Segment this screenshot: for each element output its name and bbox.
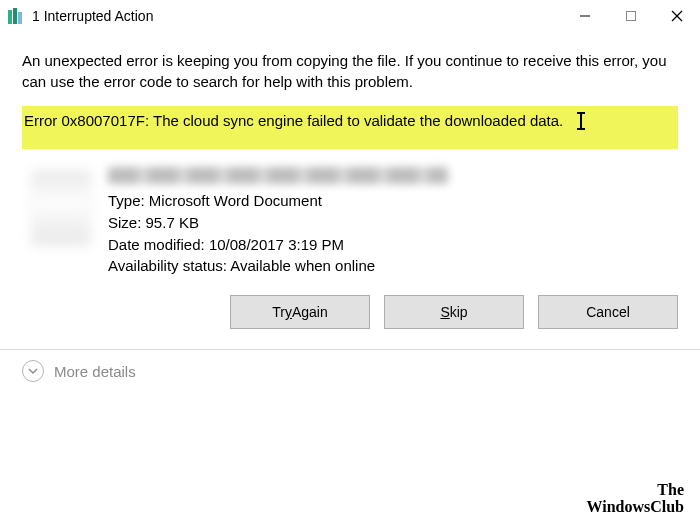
dialog-content: An unexpected error is keeping you from …	[0, 32, 700, 277]
more-details-label[interactable]: More details	[54, 363, 136, 380]
file-availability-row: Availability status: Available when onli…	[108, 255, 448, 277]
maximize-button[interactable]	[608, 0, 654, 32]
close-button[interactable]	[654, 0, 700, 32]
file-modified-value: 10/08/2017 3:19 PM	[209, 236, 344, 253]
cancel-label: Cancel	[586, 304, 630, 320]
file-type-row: Type: Microsoft Word Document	[108, 190, 448, 212]
file-metadata: Type: Microsoft Word Document Size: 95.7…	[108, 167, 448, 277]
file-modified-label: Date modified:	[108, 236, 205, 253]
skip-label-post: kip	[450, 304, 468, 320]
error-description: An unexpected error is keeping you from …	[22, 50, 678, 92]
footer: More details	[0, 350, 700, 392]
minimize-icon	[579, 10, 591, 22]
app-icon	[8, 8, 24, 24]
close-icon	[671, 10, 683, 22]
file-size-label: Size:	[108, 214, 141, 231]
file-info-block: Type: Microsoft Word Document Size: 95.7…	[22, 167, 678, 277]
cancel-button[interactable]: Cancel	[538, 295, 678, 329]
watermark: The WindowsClub	[586, 482, 684, 516]
watermark-line1: The	[586, 482, 684, 499]
file-size-row: Size: 95.7 KB	[108, 212, 448, 234]
titlebar: 1 Interrupted Action	[0, 0, 700, 32]
more-details-toggle[interactable]	[22, 360, 44, 382]
try-again-label-pre: Tr	[272, 304, 285, 320]
watermark-line2: WindowsClub	[586, 499, 684, 516]
file-type-value: Microsoft Word Document	[149, 192, 322, 209]
file-type-label: Type:	[108, 192, 145, 209]
try-again-button[interactable]: Try Again	[230, 295, 370, 329]
file-availability-value: Available when online	[230, 257, 375, 274]
skip-label-accel: S	[440, 304, 449, 320]
file-modified-row: Date modified: 10/08/2017 3:19 PM	[108, 234, 448, 256]
file-availability-label: Availability status:	[108, 257, 227, 274]
try-again-label-accel: y	[285, 304, 292, 320]
minimize-button[interactable]	[562, 0, 608, 32]
maximize-icon	[625, 10, 637, 22]
window-title: 1 Interrupted Action	[32, 8, 153, 24]
file-thumbnail-icon	[32, 171, 90, 245]
error-code-message: Error 0x8007017F: The cloud sync engine …	[22, 106, 678, 149]
action-button-row: Try Again Skip Cancel	[0, 295, 700, 343]
try-again-label-post: Again	[292, 304, 328, 320]
file-name-redacted	[108, 167, 448, 184]
skip-button[interactable]: Skip	[384, 295, 524, 329]
svg-rect-1	[627, 12, 636, 21]
file-size-value: 95.7 KB	[146, 214, 199, 231]
chevron-down-icon	[28, 366, 38, 376]
